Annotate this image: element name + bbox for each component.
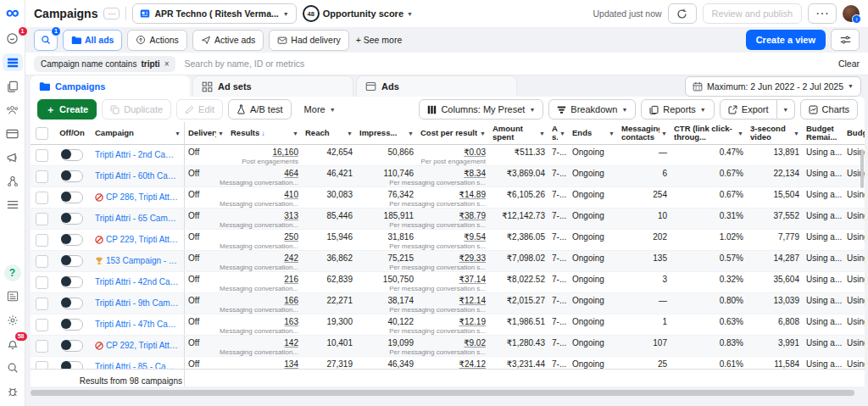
row-checkbox[interactable]	[36, 192, 48, 204]
results-value[interactable]: 313	[284, 211, 298, 221]
campaign-toggle[interactable]	[61, 340, 83, 352]
results-value[interactable]: 464	[284, 169, 298, 179]
row-checkbox[interactable]	[36, 276, 48, 289]
chevron-down-icon[interactable]: ▼	[609, 131, 615, 136]
row-checkbox[interactable]	[36, 149, 48, 162]
campaign-toggle[interactable]	[61, 276, 83, 288]
campaign-toggle[interactable]	[61, 234, 83, 246]
chevron-down-icon[interactable]: ▼	[737, 131, 743, 136]
campaign-toggle[interactable]	[61, 149, 83, 161]
chevron-down-icon[interactable]: ▼	[218, 131, 224, 136]
chevron-down-icon[interactable]: ▼	[793, 131, 799, 136]
cost-per-result-value[interactable]: ₹29.33	[459, 253, 486, 264]
column-header[interactable]: Amount spent ▼	[489, 122, 548, 144]
campaign-name-link[interactable]: Tripti Attri - 47th Campa...	[95, 320, 181, 330]
campaign-name-link[interactable]: Tripti Attri - 42nd Camp...	[95, 277, 181, 287]
campaign-toggle[interactable]	[61, 361, 83, 369]
cost-per-result-value[interactable]: ₹14.89	[459, 190, 486, 200]
campaign-toggle[interactable]	[61, 298, 83, 309]
avatar[interactable]: f	[843, 5, 860, 22]
column-header[interactable]: Reach ▼	[302, 122, 356, 144]
see-more-button[interactable]: + See more	[356, 35, 403, 45]
export-options-button[interactable]: ▼	[777, 99, 795, 120]
settings-icon[interactable]	[3, 311, 23, 329]
row-checkbox[interactable]	[36, 340, 48, 353]
chevron-down-icon[interactable]: ▼	[347, 131, 353, 136]
horizontal-scrollbar[interactable]	[31, 390, 854, 396]
column-header[interactable]: Off/On	[53, 122, 92, 144]
alerts-icon[interactable]: 1	[3, 30, 23, 47]
had-delivery-filter-button[interactable]: Had delivery	[269, 30, 348, 51]
campaign-toggle[interactable]	[61, 192, 83, 203]
column-header[interactable]: Budget	[843, 122, 865, 144]
campaign-name-link[interactable]: 153 Campaign - Trip...	[106, 256, 181, 266]
chevron-down-icon[interactable]: ▼	[175, 131, 181, 136]
row-checkbox[interactable]	[36, 298, 48, 310]
campaign-name-link[interactable]: Tripti Attri - 9th Campai...	[95, 298, 181, 309]
cost-per-result-value[interactable]: ₹37.14	[459, 275, 486, 285]
cost-per-result-value[interactable]: ₹0.03	[464, 147, 486, 158]
results-value[interactable]: 250	[284, 232, 298, 242]
date-range-button[interactable]: Maximum: 2 Jun 2022 - 2 Jul 2025 ▼	[685, 76, 861, 97]
chevron-down-icon[interactable]: ▼	[408, 131, 414, 136]
search-input[interactable]	[182, 58, 831, 70]
promotions-icon[interactable]	[3, 148, 23, 166]
column-header[interactable]: Delivery ▼	[185, 122, 227, 144]
refresh-button[interactable]	[668, 3, 697, 24]
actions-filter-button[interactable]: Actions	[127, 30, 186, 51]
chevron-down-icon[interactable]: ▼	[480, 131, 486, 136]
tab-campaigns[interactable]: Campaigns	[31, 75, 190, 97]
campaign-toggle[interactable]	[61, 255, 83, 267]
cost-per-result-value[interactable]: ₹24.12	[459, 359, 486, 369]
column-header[interactable]: Campaign ▼	[92, 122, 185, 144]
row-checkbox[interactable]	[36, 213, 48, 225]
more-button[interactable]: More ▼	[297, 100, 343, 119]
cost-per-result-value[interactable]: ₹38.79	[459, 211, 486, 221]
edit-button[interactable]: Edit	[176, 99, 223, 120]
more-options-button[interactable]: ···	[808, 3, 837, 24]
column-header[interactable]: Ends ▼	[569, 122, 618, 144]
column-header[interactable]: Impress... ▼	[356, 122, 417, 144]
column-header[interactable]: CTR (link click-throug... ▼	[670, 122, 747, 144]
cost-per-result-value[interactable]: ₹8.34	[464, 169, 486, 179]
opportunity-score[interactable]: 48 Opportunity score ▼	[303, 5, 413, 22]
chevron-down-icon[interactable]: ▼	[559, 131, 565, 136]
remove-filter-icon[interactable]: ×	[164, 59, 170, 69]
campaign-name-link[interactable]: Tripti Attri - 60th Campa...	[95, 171, 181, 181]
cost-per-result-value[interactable]: ₹12.19	[459, 317, 486, 327]
create-button[interactable]: ＋ Create	[37, 99, 97, 120]
filter-chip[interactable]: Campaign name contains tripti ×	[34, 56, 175, 72]
results-value[interactable]: 166	[284, 296, 298, 306]
view-settings-button[interactable]	[831, 29, 860, 51]
cost-per-result-value[interactable]: ₹9.54	[464, 232, 486, 242]
results-value[interactable]: 242	[284, 253, 298, 264]
create-view-button[interactable]: Create a view	[746, 30, 826, 50]
results-value[interactable]: 16,160	[272, 147, 298, 158]
all-ads-filter-button[interactable]: All ads	[63, 30, 122, 51]
row-checkbox[interactable]	[36, 255, 48, 268]
campaign-name-link[interactable]: Tripti Attri - 2nd Campai...	[95, 150, 181, 160]
vertical-scrollbar[interactable]	[860, 149, 864, 188]
review-publish-button[interactable]: Review and publish	[703, 3, 802, 24]
billing-icon[interactable]	[3, 125, 23, 142]
chevron-down-icon[interactable]: ▼	[539, 131, 545, 136]
results-value[interactable]: 216	[284, 275, 298, 285]
row-checkbox[interactable]	[36, 234, 48, 247]
active-ads-filter-button[interactable]: Active ads	[192, 30, 264, 51]
results-value[interactable]: 410	[284, 190, 298, 200]
all-tools-icon[interactable]	[3, 196, 23, 214]
bug-report-icon[interactable]	[3, 382, 23, 400]
campaign-toggle[interactable]	[61, 213, 83, 225]
clear-filters-button[interactable]: Clear	[838, 58, 860, 69]
column-header[interactable]: A... s... ▼	[548, 122, 569, 144]
campaign-toggle[interactable]	[61, 170, 83, 182]
tab-ads[interactable]: Ads	[356, 75, 517, 97]
notifications-icon[interactable]: 58	[3, 335, 23, 353]
select-all-checkbox[interactable]	[36, 127, 48, 140]
column-header[interactable]: Cost per result ▼	[417, 122, 489, 144]
column-header[interactable]: Messaging contacts ▼	[618, 122, 670, 144]
account-selector[interactable]: APR Techno ( Ritesh Verma... ▼	[132, 3, 296, 24]
news-icon[interactable]	[3, 287, 23, 305]
campaign-name-link[interactable]: Tripti Attri - 85 - Campai...	[95, 362, 181, 369]
search-filter-button[interactable]: 1	[34, 30, 58, 51]
